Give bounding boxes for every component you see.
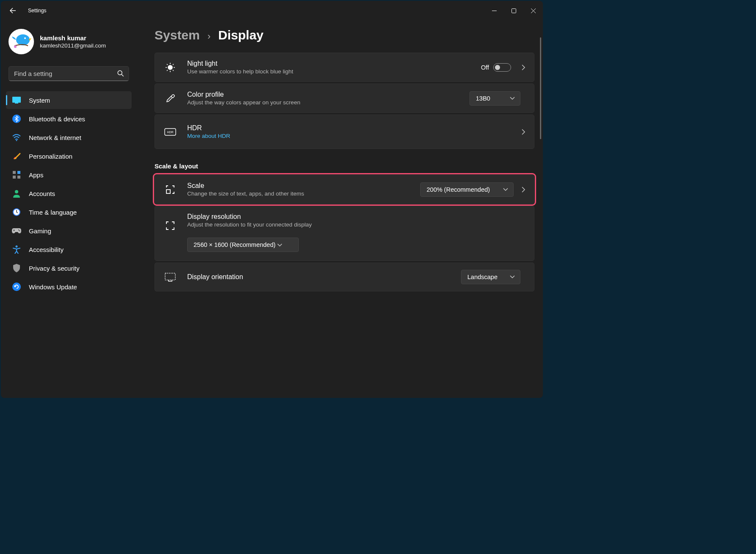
person-icon [12,189,21,198]
nav-network[interactable]: Network & internet [6,129,132,146]
section-scale-layout: Scale & layout [155,162,534,170]
svg-rect-11 [13,176,16,179]
dropdown-value: 2560 × 1600 (Recommended) [194,241,275,248]
scale-icon [163,183,177,196]
svg-point-4 [118,71,122,75]
breadcrumb: System › Display [155,28,534,42]
chevron-down-icon [510,97,515,100]
main-content: System › Display Night light Use warmer … [137,20,543,398]
color-profile-card[interactable]: Color profile Adjust the way colors appe… [155,84,534,113]
maximize-button[interactable] [504,4,523,17]
hdr-icon: HDR [163,125,177,139]
minimize-button[interactable] [484,4,504,17]
dropdown-value: 13B0 [476,95,490,102]
nav-accessibility[interactable]: Accessibility [6,241,132,258]
update-icon [12,282,21,291]
gamepad-icon [12,226,21,235]
hdr-link[interactable]: More about HDR [187,133,519,139]
svg-rect-24 [165,273,175,280]
titlebar: Settings [1,1,543,20]
nav-windows-update[interactable]: Windows Update [6,278,132,296]
close-button[interactable] [523,4,543,17]
chevron-down-icon [510,275,515,279]
card-sub: Change the size of text, apps, and other… [187,190,420,197]
nav-label: Network & internet [29,134,81,141]
card-sub: Adjust the way colors appear on your scr… [187,99,469,106]
scale-dropdown[interactable]: 200% (Recommended) [420,182,514,197]
nav: System Bluetooth & devices Network & int… [3,91,134,296]
svg-point-17 [19,230,20,231]
nav-label: System [29,97,50,104]
card-title: Scale [187,182,420,190]
profile[interactable]: kamlesh kumar kamlesh2011@gmail.com [3,25,134,63]
resolution-card[interactable]: Display resolution Adjust the resolution… [155,206,534,261]
chevron-right-icon [521,186,526,193]
svg-rect-9 [13,171,16,174]
chevron-down-icon [503,188,508,191]
back-button[interactable] [9,7,16,14]
card-sub: Adjust the resolution to fit your connec… [187,221,526,228]
nav-privacy[interactable]: Privacy & security [6,259,132,277]
window-controls [484,4,543,17]
nav-gaming[interactable]: Gaming [6,222,132,240]
svg-point-8 [16,140,17,141]
profile-name: kamlesh kumar [40,34,106,42]
night-light-card[interactable]: Night light Use warmer colors to help bl… [155,53,534,82]
dropdown-value: 200% (Recommended) [427,186,490,193]
shield-icon [12,263,21,273]
search-icon [117,70,124,77]
nav-accounts[interactable]: Accounts [6,185,132,202]
nav-label: Privacy & security [29,265,79,272]
card-title: Display resolution [187,213,526,221]
chevron-right-icon [521,129,526,135]
svg-point-2 [24,37,26,39]
sun-icon [163,61,177,74]
window-title: Settings [28,8,46,14]
monitor-icon [12,95,21,105]
color-profile-dropdown[interactable]: 13B0 [469,91,520,106]
search-input[interactable] [8,66,129,81]
nav-time-language[interactable]: Time & language [6,203,132,221]
svg-rect-0 [511,8,516,13]
scrollbar[interactable] [540,37,541,139]
resolution-icon [163,219,177,232]
card-title: Color profile [187,91,469,98]
nav-bluetooth[interactable]: Bluetooth & devices [6,110,132,128]
card-title: Display orientation [187,273,461,281]
card-title: Night light [187,60,481,67]
resolution-dropdown[interactable]: 2560 × 1600 (Recommended) [187,238,299,252]
accessibility-icon [12,245,21,254]
nav-label: Accounts [29,190,55,197]
toggle-label: Off [481,64,489,71]
svg-rect-12 [17,176,20,179]
avatar [8,29,34,54]
card-sub: Use warmer colors to help block blue lig… [187,68,481,75]
svg-point-19 [12,283,21,291]
svg-rect-10 [17,171,20,174]
nav-apps[interactable]: Apps [6,166,132,184]
nav-personalization[interactable]: Personalization [6,147,132,165]
nav-system[interactable]: System [6,91,132,109]
nav-label: Personalization [29,153,73,160]
hdr-card[interactable]: HDR HDR More about HDR [155,115,534,149]
svg-point-16 [18,229,19,230]
svg-point-3 [14,45,17,48]
svg-rect-6 [15,103,18,104]
svg-point-18 [16,246,18,248]
night-light-toggle[interactable] [493,63,511,72]
scale-card[interactable]: Scale Change the size of text, apps, and… [155,175,534,204]
apps-icon [12,170,21,179]
breadcrumb-current: Display [218,28,264,42]
nav-label: Apps [29,171,43,179]
orientation-dropdown[interactable]: Landscape [461,270,520,284]
svg-point-20 [168,65,172,70]
orientation-icon [163,270,177,284]
nav-label: Accessibility [29,246,64,253]
orientation-card[interactable]: Display orientation Landscape [155,263,534,291]
svg-point-1 [16,34,30,45]
nav-label: Time & language [29,209,77,216]
eyedropper-icon [163,92,177,105]
breadcrumb-parent[interactable]: System [155,28,200,42]
nav-label: Bluetooth & devices [29,115,85,123]
clock-icon [12,207,21,217]
